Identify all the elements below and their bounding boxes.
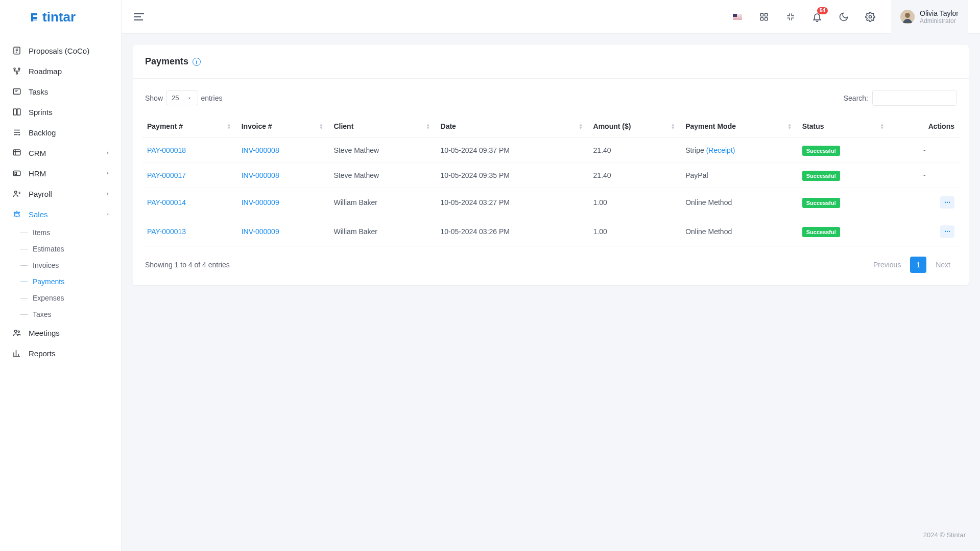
show-label: Show [145,94,163,102]
date-cell: 10-05-2024 09:37 PM [436,138,588,163]
avatar [900,10,915,24]
sidebar-item-backlog[interactable]: Backlog [0,122,121,143]
svg-rect-4 [13,89,20,95]
pager-page-1[interactable]: 1 [910,257,926,273]
client-cell: Steve Mathew [328,138,435,163]
sidebar-item-proposals[interactable]: Proposals (CoCo) [0,40,121,61]
row-actions-button[interactable]: ··· [940,225,954,238]
sidebar-item-reports[interactable]: Reports [0,343,121,363]
dash-icon [20,265,28,266]
payment-link[interactable]: PAY-000014 [147,198,186,206]
column-amount-[interactable]: Amount ($)▲▼ [588,115,681,138]
logo-text: tintar [42,9,76,25]
sub-item-label: Expenses [33,294,64,302]
sidebar-sub-taxes[interactable]: Taxes [0,306,121,323]
dark-mode-icon[interactable] [835,8,852,26]
svg-point-12 [15,330,17,333]
main: 54 Olivia Taylor Administrator [122,0,980,551]
payment-link[interactable]: PAY-000018 [147,146,186,154]
sidebar-item-payroll[interactable]: Payroll [0,183,121,204]
sidebar-item-meetings[interactable]: Meetings [0,323,121,343]
user-role: Administrator [920,17,959,25]
sidebar-item-label: HRM [29,169,46,178]
apps-icon[interactable] [755,8,773,26]
pager-previous[interactable]: Previous [867,257,907,273]
table-row: PAY-000014INV-000009William Baker10-05-2… [142,188,960,217]
invoice-link[interactable]: INV-000008 [242,171,279,179]
menu-toggle-icon[interactable] [134,11,144,22]
settings-icon[interactable] [862,8,879,26]
pager-next[interactable]: Next [929,257,957,273]
column-date[interactable]: Date▲▼ [436,115,588,138]
sidebar-item-label: Meetings [29,329,60,337]
svg-point-2 [18,68,20,70]
sidebar-item-crm[interactable]: CRM [0,143,121,163]
sidebar-sub-estimates[interactable]: Estimates [0,241,121,257]
payment-link[interactable]: PAY-000013 [147,227,186,236]
sidebar-item-label: CRM [29,149,46,157]
sidebar-sub-invoices[interactable]: Invoices [0,257,121,273]
search-input[interactable] [872,90,957,106]
no-action: - [895,146,954,154]
svg-point-1 [14,68,15,70]
sort-icon: ▲▼ [319,123,324,129]
payments-card: Payments i Show 25 entries [133,45,969,285]
sidebar-sub-expenses[interactable]: Expenses [0,290,121,306]
sort-icon: ▲▼ [227,123,231,129]
user-menu[interactable]: Olivia Taylor Administrator [891,0,968,34]
column-payment-mode[interactable]: Payment Mode▲▼ [680,115,797,138]
info-icon[interactable]: i [193,58,201,66]
language-flag[interactable] [729,8,746,26]
logo-icon [28,11,40,24]
chevron-right-icon [105,169,111,178]
notifications-icon[interactable]: 54 [808,8,826,26]
tasks-icon [12,87,21,96]
meetings-icon [12,328,21,337]
sidebar-item-sales[interactable]: Sales [0,204,121,224]
svg-point-3 [16,73,18,74]
logo[interactable]: tintar [0,0,121,35]
sidebar-item-roadmap[interactable]: Roadmap [0,61,121,81]
chevron-down-icon [105,210,111,219]
sidebar-item-tasks[interactable]: Tasks [0,81,121,102]
backlog-icon [12,128,21,137]
footer-copyright: 2024 © Stintar [133,522,969,540]
invoice-link[interactable]: INV-000008 [242,146,279,154]
sort-icon: ▲▼ [579,123,583,129]
invoice-link[interactable]: INV-000009 [242,227,279,236]
column-status[interactable]: Status▲▼ [797,115,890,138]
receipt-link[interactable]: (Receipt) [706,146,735,154]
date-cell: 10-05-2024 03:26 PM [436,217,588,246]
entries-info: Showing 1 to 4 of 4 entries [145,261,230,269]
sidebar-item-label: Sprints [29,108,53,117]
user-name: Olivia Taylor [920,9,959,17]
fullscreen-exit-icon[interactable] [782,8,799,26]
payment-link[interactable]: PAY-000017 [147,171,186,179]
mode-cell: Online Method [680,188,797,217]
sidebar-sub-payments[interactable]: Payments [0,273,121,290]
status-badge: Successful [802,171,840,181]
row-actions-button[interactable]: ··· [940,196,954,209]
client-cell: Steve Mathew [328,163,435,188]
proposals-icon [12,46,21,55]
sidebar-item-label: Proposals (CoCo) [29,47,89,55]
per-page-select[interactable]: 25 [166,90,198,105]
dash-icon [20,282,28,282]
notification-badge: 54 [817,7,828,14]
svg-rect-16 [760,17,763,20]
sidebar-item-sprints[interactable]: Sprints [0,102,121,122]
svg-rect-15 [765,13,768,16]
column-invoice-[interactable]: Invoice #▲▼ [236,115,329,138]
sidebar-sub-items[interactable]: Items [0,224,121,241]
search-label: Search: [844,94,868,102]
column-payment-[interactable]: Payment #▲▼ [142,115,236,138]
mode-cell: Stripe (Receipt) [680,138,797,163]
roadmap-icon [12,66,21,76]
sidebar-item-hrm[interactable]: HRM [0,163,121,183]
amount-cell: 21.40 [588,163,681,188]
crm-icon [12,148,21,157]
invoice-link[interactable]: INV-000009 [242,198,279,206]
sidebar-item-label: Payroll [29,190,52,198]
column-client[interactable]: Client▲▼ [328,115,435,138]
payments-table: Payment #▲▼Invoice #▲▼Client▲▼Date▲▼Amou… [142,115,960,246]
